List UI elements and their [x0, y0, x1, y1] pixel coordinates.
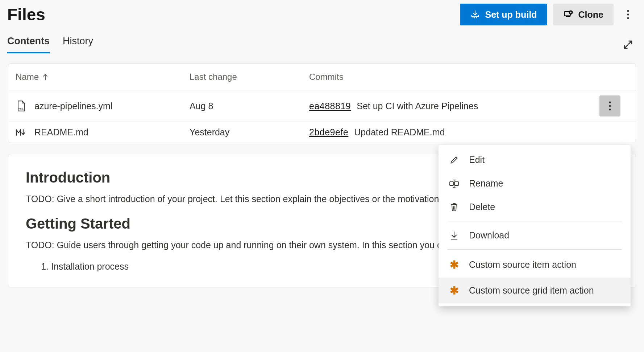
commit-message: Set up CI with Azure Pipelines — [357, 101, 478, 111]
menu-item-download[interactable]: Download — [439, 224, 631, 247]
svg-point-4 — [627, 17, 629, 19]
menu-item-custom-source-grid[interactable]: ✱ Custom source grid item action — [439, 278, 631, 303]
rename-icon — [449, 179, 460, 188]
menu-item-edit[interactable]: Edit — [439, 148, 631, 172]
clone-icon — [563, 9, 573, 20]
svg-rect-9 — [450, 182, 453, 185]
commit-message: Updated README.md — [354, 127, 445, 138]
clone-button[interactable]: Clone — [553, 4, 614, 25]
column-header-commits[interactable]: Commits — [309, 72, 599, 82]
row-more-button[interactable] — [599, 95, 620, 116]
asterisk-icon: ✱ — [449, 258, 460, 271]
context-menu: Edit Rename Delete Download ✱ Custom sou… — [439, 145, 631, 306]
setup-build-button[interactable]: Set up build — [460, 4, 547, 25]
svg-point-8 — [609, 109, 611, 111]
file-name: azure-pipelines.yml — [34, 101, 112, 111]
svg-point-7 — [609, 105, 611, 107]
file-last-change: Yesterday — [190, 127, 309, 138]
svg-point-2 — [627, 10, 629, 12]
menu-label: Download — [469, 230, 509, 241]
file-last-change: Aug 8 — [190, 101, 309, 111]
menu-label: Custom source item action — [469, 259, 576, 270]
svg-text:YML: YML — [18, 107, 24, 111]
svg-rect-10 — [455, 182, 458, 185]
commit-hash[interactable]: 2bde9efe — [309, 127, 348, 138]
asterisk-icon: ✱ — [449, 284, 460, 297]
menu-divider — [447, 249, 622, 250]
column-header-last-change[interactable]: Last change — [190, 72, 309, 82]
tab-list: Contents History — [7, 36, 93, 53]
clone-label: Clone — [578, 9, 603, 20]
menu-item-custom-source[interactable]: ✱ Custom source item action — [439, 252, 631, 278]
svg-point-6 — [609, 102, 611, 103]
download-icon — [449, 231, 460, 240]
setup-build-label: Set up build — [485, 9, 537, 20]
sort-asc-icon — [42, 73, 48, 81]
md-file-icon — [16, 128, 26, 137]
grid-header: Name Last change Commits — [8, 64, 636, 90]
tab-contents[interactable]: Contents — [7, 36, 50, 53]
fullscreen-button[interactable] — [619, 36, 637, 53]
menu-label: Rename — [469, 178, 503, 189]
menu-label: Custom source grid item action — [469, 285, 594, 296]
menu-label: Delete — [469, 202, 495, 212]
menu-label: Edit — [469, 155, 485, 165]
edit-icon — [449, 155, 460, 165]
build-icon — [470, 9, 480, 20]
column-name-label: Name — [16, 72, 39, 82]
yml-file-icon: YML — [16, 100, 26, 112]
commit-hash[interactable]: ea488819 — [309, 101, 351, 111]
svg-point-3 — [627, 14, 629, 16]
tab-history[interactable]: History — [63, 36, 93, 53]
menu-divider — [447, 221, 622, 221]
menu-item-delete[interactable]: Delete — [439, 195, 631, 219]
more-actions-button[interactable] — [619, 6, 637, 23]
table-row[interactable]: YML azure-pipelines.yml Aug 8 ea488819 S… — [8, 90, 636, 122]
file-grid: Name Last change Commits YML azure-pipel… — [8, 64, 636, 143]
page-title: Files — [7, 5, 45, 24]
column-header-name[interactable]: Name — [16, 72, 190, 82]
menu-item-rename[interactable]: Rename — [439, 172, 631, 195]
file-name: README.md — [34, 127, 88, 138]
header-actions: Set up build Clone — [460, 4, 637, 25]
table-row[interactable]: README.md Yesterday 2bde9efe Updated REA… — [8, 122, 636, 143]
delete-icon — [449, 202, 460, 212]
